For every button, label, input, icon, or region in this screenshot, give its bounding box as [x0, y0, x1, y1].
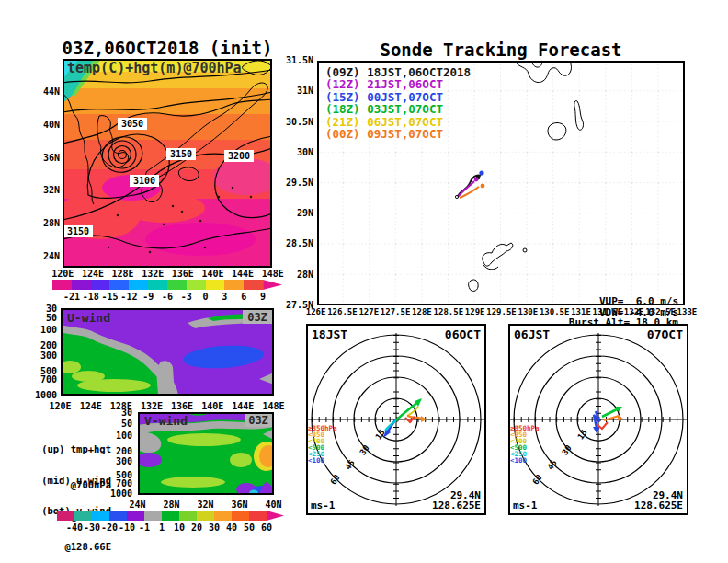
lat-tick-label: 30.5N	[277, 106, 313, 136]
hodo-legend-left: ≥850hPa<850<700<500<250<100	[308, 425, 337, 464]
lon-tick-label: 132E	[622, 307, 645, 316]
lon-tick-label: 132E	[138, 269, 168, 279]
wind-colorbar	[57, 511, 284, 521]
lon-tick-label: 148E	[258, 401, 289, 411]
temp-map-title: 03Z,06OCT2018 (init)	[55, 38, 279, 58]
lon-tick-label: 128E	[108, 269, 138, 279]
lon-tick-label: 131.5E	[593, 307, 623, 316]
colorbar-cell	[109, 511, 127, 521]
lon-tick-label: 140E	[198, 269, 228, 279]
svg-text:06JST: 06JST	[514, 327, 550, 341]
colorbar-cell	[167, 280, 187, 290]
uwind-label: U-wind	[67, 311, 110, 325]
vwind-plot: 03Z V-wind	[138, 412, 274, 495]
colorbar-cell	[127, 511, 144, 521]
colorbar-cell	[74, 511, 92, 521]
forecast-graphic: 03Z,06OCT2018 (init)	[0, 0, 728, 563]
temp-map-plot: 3050 3100 3150 3200 3150 temp(C)+hgt(m)@…	[63, 59, 272, 268]
lon-tick-label: 132E	[136, 401, 166, 411]
colorbar-cell	[109, 280, 129, 290]
lon-tick-label: 127E	[358, 307, 381, 316]
lat-tick-label: 29.5N	[277, 167, 313, 198]
colorbar-cell	[232, 511, 249, 521]
lon-tick-label: 130E	[517, 307, 540, 316]
pressure-tick: 300	[31, 350, 57, 361]
lon-tick-label: 129.5E	[486, 307, 517, 316]
lat-tick-label: 28.5N	[277, 228, 313, 259]
track-legend-entry: (21Z) 06JST,07OCT	[325, 116, 471, 128]
field-label: temp(C)+hgt(m)@700hPa	[67, 60, 242, 76]
lat-tick-label: 31.5N	[277, 45, 313, 75]
colorbar-cell	[144, 511, 162, 521]
colorbar-cell	[197, 511, 214, 521]
track-info-line: VUP= 6.0 m/s	[515, 296, 678, 306]
lon-tick-label: 126E	[304, 307, 327, 316]
pressure-tick: 30	[107, 408, 132, 418]
temp-fill-field	[63, 59, 272, 268]
lon-tick-label: 133E	[676, 307, 699, 316]
colorbar-cell	[214, 511, 232, 521]
lon-tick-label: 127.5E	[381, 307, 411, 316]
temp-map-lon-axis: 120E124E128E132E136E140E144E148E	[48, 269, 288, 279]
lat-tick-label: 32N	[35, 174, 60, 207]
svg-text:3150: 3150	[67, 226, 89, 236]
svg-text:3200: 3200	[228, 151, 250, 161]
colorbar-cell	[129, 280, 148, 290]
track-legend: (09Z) 18JST,06OCT2018(12Z) 21JST,06OCT(1…	[325, 66, 471, 140]
colorbar-cell	[244, 280, 263, 290]
lat-tick-label: 24N	[35, 239, 60, 272]
lon-tick-label: 140E	[198, 401, 228, 411]
temp-colorbar-labels: -21-18-15-12-9-6-30369	[72, 292, 263, 302]
track-legend-entry: (00Z) 09JST,07OCT	[325, 128, 471, 140]
lon-tick-label: 124E	[75, 401, 106, 411]
svg-text:3050: 3050	[121, 119, 143, 129]
colorbar-cell	[72, 280, 91, 290]
hodograph-06jst: 15 30 45 60 06JST 07OCT ms-1 29.4N 128.6…	[508, 324, 688, 515]
lat-tick-label: 29N	[277, 198, 313, 228]
lon-tick-label: 144E	[228, 401, 258, 411]
lon-tick-label: 136E	[168, 269, 199, 279]
lat-tick-label: 31N	[277, 75, 313, 106]
uwind-plot: 03Z U-wind	[61, 308, 274, 396]
pressure-tick: 700	[31, 374, 57, 385]
uwind-lon-axis: 120E124E128E132E136E140E144E148E	[45, 401, 289, 410]
lat-tick-label: 32N	[188, 500, 222, 510]
pressure-tick: 200	[31, 340, 57, 350]
uwind-time: 03Z	[247, 311, 267, 324]
lon-tick-label: 120E	[45, 401, 75, 411]
lon-tick-label: 129E	[463, 307, 486, 316]
hodo-legend-entry: <100	[510, 457, 540, 464]
lon-tick-label: 128E	[410, 307, 433, 316]
svg-text:06OCT: 06OCT	[445, 327, 481, 341]
lon-tick-label: 131E	[569, 307, 592, 316]
colorbar-cell	[267, 511, 284, 521]
lon-tick-label: 124E	[78, 269, 108, 279]
colorbar-cell	[57, 511, 74, 521]
note-line: @128.66E	[33, 541, 111, 553]
lon-tick-label: 128.5E	[434, 307, 464, 316]
svg-text:128.625E: 128.625E	[432, 500, 481, 511]
colorbar-cell	[162, 511, 179, 521]
svg-text:ms-1: ms-1	[311, 500, 336, 511]
svg-text:3100: 3100	[133, 176, 155, 186]
svg-text:3150: 3150	[170, 149, 192, 159]
vwind-lat-axis: 24N28N32N36N40N	[120, 500, 290, 509]
track-info: VUP= 6.0 m/sVDW= -4.0 m/sBurst Alt= 18.0…	[515, 265, 678, 327]
colorbar-cell	[187, 280, 206, 290]
svg-text:07OCT: 07OCT	[647, 327, 683, 341]
track-legend-entry: (18Z) 03JST,07OCT	[325, 103, 471, 115]
lon-tick-label: 136E	[167, 401, 198, 411]
lat-tick-label: 30N	[277, 137, 313, 167]
hodograph-18jst: 15 30 45 60 18JST 06OCT ms-1 29.4N 128.6…	[306, 324, 486, 515]
lat-tick-label: 24N	[120, 500, 154, 510]
track-legend-entry: (09Z) 18JST,06OCT2018	[325, 66, 471, 78]
colorbar-cell	[91, 280, 110, 290]
lon-tick-label: 130.5E	[540, 307, 570, 316]
colorbar-cell	[206, 280, 225, 290]
vwind-label: V-wind	[144, 414, 188, 428]
lat-tick-label: 28N	[35, 207, 60, 240]
wind-colorbar-labels: -40-30-20-10-11102030405060	[74, 523, 267, 533]
temp-map-lat-axis: 44N40N36N32N28N24N	[35, 75, 60, 272]
colorbar-cell	[148, 280, 167, 290]
track-legend-entry: (15Z) 00JST,07OCT	[325, 91, 471, 103]
